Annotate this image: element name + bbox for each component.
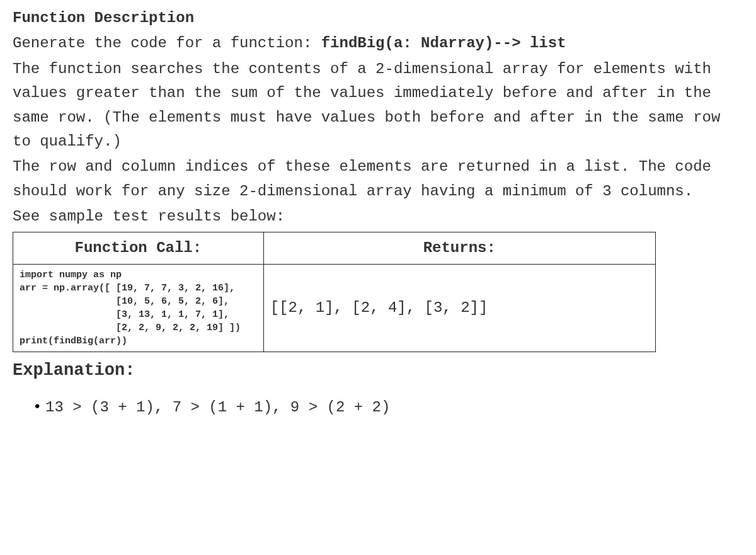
table-header-call: Function Call: [13,232,264,264]
function-signature: findBig(a: Ndarray)--> list [321,35,566,52]
intro-prefix: Generate the code for a function: [13,35,321,52]
description-paragraph-3: See sample test results below: [13,205,743,229]
explanation-heading: Explanation: [13,357,743,384]
description-paragraph-1: The function searches the contents of a … [13,57,743,154]
function-call-code: import numpy as np arr = np.array([ [19,… [13,264,264,352]
table-header-row: Function Call: Returns: [13,232,656,264]
example-table: Function Call: Returns: import numpy as … [13,232,656,352]
table-data-row: import numpy as np arr = np.array([ [19,… [13,264,656,352]
explanation-item: 13 > (3 + 1), 7 > (1 + 1), 9 > (2 + 2) [48,396,743,420]
section-heading: Function Description [13,6,743,30]
returns-value: [[2, 1], [2, 4], [3, 2]] [263,264,655,352]
description-paragraph-2: The row and column indices of these elem… [13,155,743,203]
explanation-list: 13 > (3 + 1), 7 > (1 + 1), 9 > (2 + 2) [13,396,743,420]
intro-paragraph: Generate the code for a function: findBi… [13,31,743,55]
table-header-returns: Returns: [263,232,655,264]
